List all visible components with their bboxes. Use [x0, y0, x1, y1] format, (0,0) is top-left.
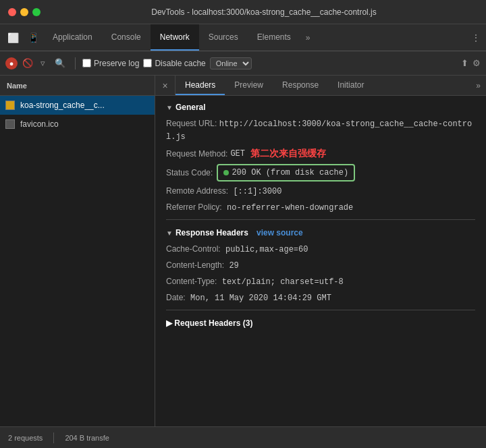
status-dot — [223, 170, 229, 175]
referrer-policy-row: Referrer Policy: no-referrer-when-downgr… — [166, 201, 475, 214]
detail-panel: × Headers Preview Response Initiator » ▼… — [155, 76, 486, 426]
cache-control-key: Cache-Control: — [166, 244, 221, 254]
toolbar-separator — [75, 57, 76, 69]
file-item-favicon[interactable]: favicon.ico — [0, 115, 155, 134]
tab-console[interactable]: Console — [102, 24, 151, 51]
titlebar: DevTools - localhost:3000/koa-strong_cac… — [0, 0, 486, 24]
response-header-date: Date: Mon, 11 May 2020 14:04:29 GMT — [166, 291, 475, 304]
general-triangle: ▼ — [166, 104, 173, 111]
tab-sources[interactable]: Sources — [199, 24, 248, 51]
search-icon[interactable]: 🔍 — [52, 57, 68, 69]
file-name-main-js: koa-strong_cache__c... — [20, 101, 105, 110]
status-bar-sep — [53, 432, 54, 443]
section-divider-2 — [166, 310, 475, 310]
remote-address-row: Remote Address: [::1]:3000 — [166, 185, 475, 198]
content-type-key: Content-Type: — [166, 277, 217, 286]
toolbar-right: ⬆ ⚙ — [461, 58, 481, 68]
disable-cache-text: Disable cache — [155, 59, 205, 68]
disable-cache-checkbox[interactable] — [143, 59, 152, 67]
filter-icon[interactable]: ▿ — [38, 57, 48, 69]
general-title-text: General — [176, 103, 206, 112]
status-bar: 2 requests 204 B transfe — [0, 426, 486, 448]
detail-more-button[interactable]: » — [470, 76, 486, 95]
date-key: Date: — [166, 293, 186, 302]
general-section-title: ▼ General — [166, 103, 475, 112]
file-icon-js — [5, 101, 15, 110]
detail-tabs-row: × Headers Preview Response Initiator » — [155, 76, 486, 96]
remote-address-key: Remote Address: — [166, 186, 228, 196]
tab-network[interactable]: Network — [151, 24, 199, 51]
response-headers-title-text: Response Headers — [176, 228, 248, 237]
close-traffic-light[interactable] — [8, 8, 16, 16]
request-url-row: Request URL: http://localhost:3000/koa-s… — [166, 117, 475, 143]
date-val: Mon, 11 May 2020 14:04:29 GMT — [190, 293, 331, 303]
response-headers-title: ▼ Response Headers view source — [166, 228, 475, 237]
request-method-val: GET — [230, 148, 245, 160]
status-code-key: Status Code: — [166, 167, 213, 179]
maximize-traffic-light[interactable] — [32, 8, 40, 16]
file-list: koa-strong_cache__c... favicon.ico — [0, 96, 155, 426]
main-area: Name koa-strong_cache__c... favicon.ico … — [0, 76, 486, 426]
preserve-log-label[interactable]: Preserve log — [82, 59, 139, 68]
response-triangle: ▼ — [166, 229, 173, 237]
preserve-log-checkbox[interactable] — [82, 59, 91, 67]
detail-close-button[interactable]: × — [155, 76, 176, 95]
headers-content: ▼ General Request URL: http://localhost:… — [155, 96, 486, 426]
file-icon-favicon — [5, 119, 15, 129]
traffic-lights — [8, 8, 40, 16]
request-headers-section: ▶ Request Headers (3) — [166, 318, 475, 328]
status-code-val: 200 OK (from disk cache) — [232, 167, 348, 179]
file-panel: Name koa-strong_cache__c... favicon.ico — [0, 76, 155, 426]
section-divider — [166, 219, 475, 220]
devtools-menu-icon[interactable]: ⋮ — [466, 24, 486, 51]
request-method-row: Request Method: GET 第二次来自强缓存 — [166, 146, 475, 161]
request-headers-title[interactable]: ▶ Request Headers (3) — [166, 318, 475, 328]
record-button[interactable]: ● — [5, 57, 18, 69]
content-type-val: text/plain; charset=utf-8 — [222, 277, 344, 287]
export-icon[interactable]: ⬆ — [461, 58, 468, 68]
window-title: DevTools - localhost:3000/koa-strong_cac… — [50, 7, 478, 17]
request-url-key: Request URL: — [166, 119, 217, 128]
response-header-content-type: Content-Type: text/plain; charset=utf-8 — [166, 275, 475, 288]
remote-address-val: [::1]:3000 — [233, 187, 281, 196]
inspect-icon[interactable]: ⬜ — [3, 24, 23, 51]
content-length-key: Content-Length: — [166, 260, 224, 270]
response-header-content-length: Content-Length: 29 — [166, 259, 475, 272]
stop-button[interactable]: 🚫 — [22, 57, 34, 69]
network-toolbar: ● 🚫 ▿ 🔍 Preserve log Disable cache Onlin… — [0, 51, 486, 76]
file-panel-header: Name — [0, 76, 155, 96]
view-source-link[interactable]: view source — [256, 228, 303, 237]
request-method-key: Request Method: — [166, 148, 227, 160]
status-code-badge: 200 OK (from disk cache) — [217, 164, 355, 181]
referrer-policy-val: no-referrer-when-downgrade — [227, 203, 353, 213]
status-code-row-container: Status Code: 200 OK (from disk cache) — [166, 164, 475, 181]
cache-control-val: public,max-age=60 — [225, 245, 308, 254]
request-count: 2 requests — [8, 434, 43, 442]
referrer-policy-key: Referrer Policy: — [166, 202, 222, 212]
settings-icon[interactable]: ⚙ — [473, 58, 481, 68]
file-name-favicon: favicon.ico — [20, 119, 59, 129]
detail-tab-response[interactable]: Response — [273, 76, 328, 95]
file-item-main-js[interactable]: koa-strong_cache__c... — [0, 96, 155, 115]
throttle-select[interactable]: Online — [210, 57, 252, 69]
response-header-cache-control: Cache-Control: public,max-age=60 — [166, 243, 475, 256]
content-length-val: 29 — [229, 261, 238, 271]
disable-cache-label[interactable]: Disable cache — [143, 59, 205, 68]
minimize-traffic-light[interactable] — [20, 8, 28, 16]
tab-elements[interactable]: Elements — [248, 24, 300, 51]
transfer-size: 204 B transfe — [65, 434, 109, 442]
device-icon[interactable]: 📱 — [23, 24, 43, 51]
detail-tab-headers[interactable]: Headers — [176, 76, 225, 95]
nav-more-button[interactable]: » — [300, 24, 316, 51]
nav-tabs: ⬜ 📱 Application Console Network Sources … — [0, 24, 486, 51]
cache-annotation: 第二次来自强缓存 — [250, 146, 326, 161]
preserve-log-text: Preserve log — [94, 59, 139, 68]
detail-tab-initiator[interactable]: Initiator — [328, 76, 373, 95]
request-headers-title-text: ▶ Request Headers (3) — [166, 318, 252, 328]
file-panel-header-text: Name — [7, 82, 27, 90]
tab-application[interactable]: Application — [43, 24, 102, 51]
detail-tab-preview[interactable]: Preview — [225, 76, 273, 95]
